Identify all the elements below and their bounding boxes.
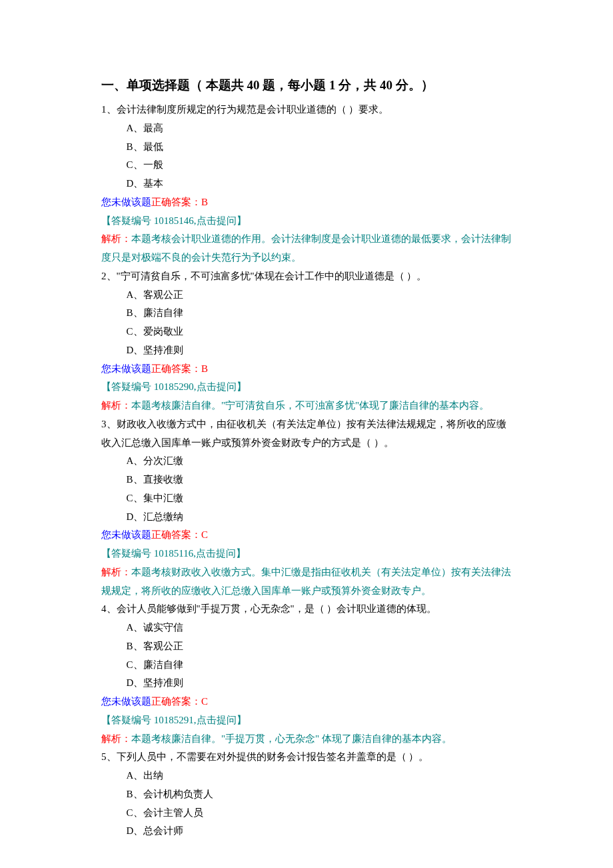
analysis-text: 解析：本题考核会计职业道德的作用。会计法律制度是会计职业道德的最低要求，会计法律… — [101, 230, 512, 267]
question-text: 3、财政收入收缴方式中，由征收机关（有关法定单位）按有关法律法规规定，将所收的应… — [101, 415, 512, 453]
analysis-text: 解析：本题考核廉洁自律。"宁可清贫自乐，不可浊富多忧"体现了廉洁自律的基本内容。 — [101, 397, 512, 415]
analysis-label: 解析： — [101, 567, 131, 577]
option-a: A、出纳 — [101, 767, 512, 785]
option-b: B、客观公正 — [101, 637, 512, 656]
option-c: C、会计主管人员 — [101, 804, 512, 823]
question-number: 5、 — [101, 751, 117, 762]
correct-answer-label: 正确答案： — [151, 363, 201, 374]
option-c: C、一般 — [101, 156, 512, 175]
question-body: 下列人员中，不需要在对外提供的财务会计报告签名并盖章的是（ ）。 — [117, 751, 429, 762]
option-b: B、直接收缴 — [101, 471, 512, 489]
not-done-label: 您未做该题 — [101, 197, 151, 207]
analysis-text: 解析：本题考核廉洁自律。"手提万贯，心无杂念" 体现了廉洁自律的基本内容。 — [101, 730, 512, 749]
option-a: A、客观公正 — [101, 286, 512, 305]
not-done-label: 您未做该题 — [101, 696, 151, 707]
option-d: D、汇总缴纳 — [101, 508, 512, 527]
option-b: B、最低 — [101, 138, 512, 157]
question-body: 会计法律制度所规定的行为规范是会计职业道德的（ ）要求。 — [117, 104, 389, 115]
analysis-label: 解析： — [101, 233, 131, 244]
ref-prefix: 【答疑编号 — [101, 381, 154, 392]
option-c: C、廉洁自律 — [101, 656, 512, 675]
option-a: A、分次汇缴 — [101, 452, 512, 471]
ref-prefix: 【答疑编号 — [101, 715, 154, 725]
correct-answer-label: 正确答案： — [151, 197, 201, 207]
option-b: B、廉洁自律 — [101, 304, 512, 323]
reference-link[interactable]: 【答疑编号 10185290,点击提问】 — [101, 378, 512, 397]
option-d: D、坚持准则 — [101, 341, 512, 360]
ref-number: 10185290 — [154, 381, 194, 392]
question-text: 5、下列人员中，不需要在对外提供的财务会计报告签名并盖章的是（ ）。 — [101, 748, 512, 767]
ref-prefix: 【答疑编号 — [101, 215, 154, 226]
reference-link[interactable]: 【答疑编号 10185116,点击提问】 — [101, 545, 512, 563]
analysis-body: 本题考核廉洁自律。"手提万贯，心无杂念" 体现了廉洁自律的基本内容。 — [131, 733, 452, 744]
question-body: "宁可清贫自乐，不可浊富多忧"体现在会计工作中的职业道德是（ ）。 — [117, 271, 427, 281]
correct-answer-label: 正确答案： — [151, 696, 201, 707]
ref-suffix: ,点击提问】 — [193, 548, 246, 559]
option-d: D、总会计师 — [101, 822, 512, 841]
correct-answer-value: C — [201, 696, 208, 707]
question-body: 会计人员能够做到"手提万贯，心无杂念"，是（ ）会计职业道德的体现。 — [117, 603, 437, 614]
correct-answer-value: B — [201, 197, 208, 207]
answer-status: 您未做该题正确答案：B — [101, 193, 512, 212]
question-number: 4、 — [101, 603, 117, 614]
answer-status: 您未做该题正确答案：C — [101, 693, 512, 711]
ref-number: 10185116 — [154, 548, 193, 559]
correct-answer-value: B — [201, 363, 208, 374]
option-b: B、会计机构负责人 — [101, 785, 512, 804]
option-c: C、爱岗敬业 — [101, 323, 512, 341]
analysis-body: 本题考核财政收入收缴方式。集中汇缴是指由征收机关（有关法定单位）按有关法律法规规… — [101, 567, 511, 596]
reference-link[interactable]: 【答疑编号 10185146,点击提问】 — [101, 212, 512, 231]
correct-answer-label: 正确答案： — [151, 529, 201, 540]
option-d: D、基本 — [101, 175, 512, 193]
question-body: 财政收入收缴方式中，由征收机关（有关法定单位）按有关法律法规规定，将所收的应缴收… — [101, 419, 506, 448]
option-a: A、诚实守信 — [101, 619, 512, 637]
analysis-label: 解析： — [101, 400, 131, 411]
question-number: 3、 — [101, 419, 117, 429]
option-d: D、坚持准则 — [101, 674, 512, 693]
ref-suffix: ,点击提问】 — [194, 381, 247, 392]
answer-status: 您未做该题正确答案：B — [101, 360, 512, 379]
correct-answer-value: C — [201, 529, 208, 540]
ref-number: 10185291 — [154, 715, 194, 725]
question-number: 1、 — [101, 104, 117, 115]
question-text: 4、会计人员能够做到"手提万贯，心无杂念"，是（ ）会计职业道德的体现。 — [101, 600, 512, 619]
reference-link[interactable]: 【答疑编号 10185291,点击提问】 — [101, 711, 512, 730]
section-title: 一、单项选择题（ 本题共 40 题，每小题 1 分，共 40 分。） — [101, 73, 512, 97]
answer-status: 您未做该题正确答案：C — [101, 526, 512, 545]
question-text: 2、"宁可清贫自乐，不可浊富多忧"体现在会计工作中的职业道德是（ ）。 — [101, 267, 512, 286]
ref-prefix: 【答疑编号 — [101, 548, 154, 559]
analysis-body: 本题考核会计职业道德的作用。会计法律制度是会计职业道德的最低要求，会计法律制度只… — [101, 233, 511, 263]
not-done-label: 您未做该题 — [101, 363, 151, 374]
ref-suffix: ,点击提问】 — [194, 715, 247, 725]
analysis-body: 本题考核廉洁自律。"宁可清贫自乐，不可浊富多忧"体现了廉洁自律的基本内容。 — [131, 400, 489, 411]
analysis-label: 解析： — [101, 733, 131, 744]
option-c: C、集中汇缴 — [101, 489, 512, 508]
ref-number: 10185146 — [154, 215, 194, 226]
question-number: 2、 — [101, 271, 117, 281]
ref-suffix: ,点击提问】 — [194, 215, 247, 226]
not-done-label: 您未做该题 — [101, 529, 151, 540]
analysis-text: 解析：本题考核财政收入收缴方式。集中汇缴是指由征收机关（有关法定单位）按有关法律… — [101, 563, 512, 601]
question-text: 1、会计法律制度所规定的行为规范是会计职业道德的（ ）要求。 — [101, 101, 512, 119]
option-a: A、最高 — [101, 119, 512, 138]
